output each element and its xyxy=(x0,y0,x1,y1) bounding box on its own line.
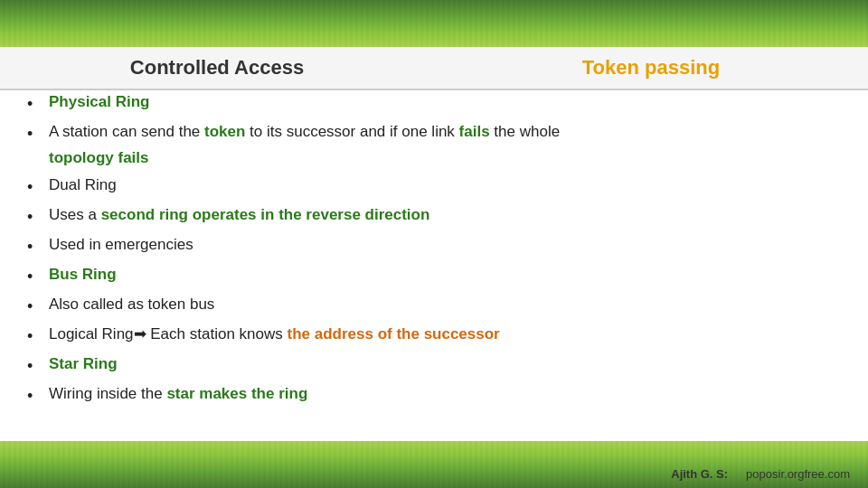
physical-ring-text: Physical Ring xyxy=(49,93,149,110)
bullet-text-3: Dual Ring xyxy=(49,174,841,197)
bullet-item-6: • Bus Ring xyxy=(27,263,841,289)
bullet-item-3: • Dual Ring xyxy=(27,174,841,200)
topology-fails-text: topology fails xyxy=(49,149,149,166)
bullet-dot-6: • xyxy=(27,265,49,289)
bottom-decoration xyxy=(0,441,868,488)
controlled-access-label: Controlled Access xyxy=(0,49,434,87)
address-successor-text: the address of the successor xyxy=(287,325,499,343)
top-decoration xyxy=(0,0,868,47)
footer-website: poposir.orgfree.com xyxy=(746,467,850,481)
second-ring-text: second ring operates in the reverse dire… xyxy=(101,206,430,223)
bus-ring-text: Bus Ring xyxy=(49,266,117,283)
bullet-text-2: A station can send the token to its succ… xyxy=(49,120,560,144)
bullet-item-9: • Star Ring xyxy=(27,352,841,379)
bullet-text-4: Uses a second ring operates in the rever… xyxy=(49,203,841,227)
bullet-dot-1: • xyxy=(27,92,49,117)
footer-author: Ajith G. S: xyxy=(671,467,728,481)
bullet-item-1: • Physical Ring xyxy=(27,90,841,117)
bullet-dot-3: • xyxy=(27,175,49,200)
bullet-dot-10: • xyxy=(27,384,49,408)
bullet-item-10: • Wiring inside the star makes the ring xyxy=(27,382,841,408)
bullet-dot-2: • xyxy=(27,122,49,146)
bullet-item-2: • A station can send the token to its su… xyxy=(27,120,841,170)
bullet-dot-4: • xyxy=(27,205,49,230)
bullet-item-7: • Also called as token bus xyxy=(27,293,841,319)
header-row: Controlled Access Token passing xyxy=(0,47,868,90)
bullet-item-5: • Used in emergencies xyxy=(27,233,841,259)
bullet-text-1: Physical Ring xyxy=(49,90,841,114)
bullet-text-9: Star Ring xyxy=(49,352,841,376)
bullet-item-4: • Uses a second ring operates in the rev… xyxy=(27,203,841,230)
bullet-dot-5: • xyxy=(27,235,49,259)
bullet-text-5: Used in emergencies xyxy=(49,233,841,257)
bullet-text-10: Wiring inside the star makes the ring xyxy=(49,382,841,406)
token-passing-label: Token passing xyxy=(434,49,868,87)
footer: Ajith G. S: poposir.orgfree.com xyxy=(671,467,850,481)
token-text: token xyxy=(204,123,245,140)
bullet-dot-7: • xyxy=(27,295,49,319)
bullet-dot-8: • xyxy=(27,324,49,349)
bullet-dot-9: • xyxy=(27,354,49,379)
star-makes-ring-text: star makes the ring xyxy=(166,385,307,402)
slide: Controlled Access Token passing • Physic… xyxy=(0,0,868,488)
bullet-text-7: Also called as token bus xyxy=(49,293,841,316)
content-area: • Physical Ring • A station can send the… xyxy=(27,90,841,434)
bullet-item-8: • Logical Ring➡ Each station knows the a… xyxy=(27,323,841,349)
bullet-text-8: Logical Ring➡ Each station knows the add… xyxy=(49,323,841,346)
star-ring-text: Star Ring xyxy=(49,355,118,372)
fails-text: fails xyxy=(459,123,490,140)
bullet-text-6: Bus Ring xyxy=(49,263,841,286)
